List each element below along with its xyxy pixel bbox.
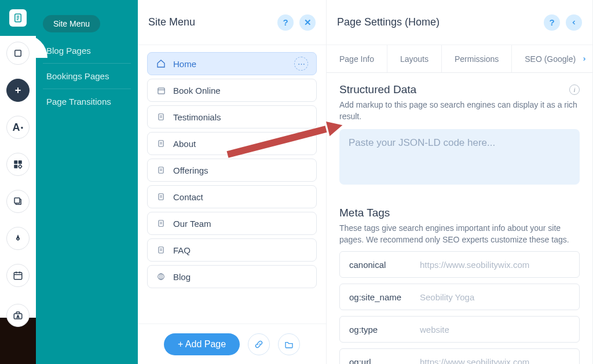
pages-icon [9,9,27,27]
site-menu-footer: + Add Page [138,323,326,364]
json-ld-input[interactable] [339,129,580,185]
rail-active-app[interactable] [0,0,36,36]
side-menu-link-blog-pages[interactable]: Blog Pages [43,38,131,64]
meta-val: https://www.seobilitywix.com [420,357,529,364]
calendar-icon [156,85,166,95]
svg-text:A: A [17,315,19,318]
page-item-label: Contact [173,192,203,202]
svg-rect-8 [19,160,22,164]
page-item-blog[interactable]: Blog [147,265,317,288]
meta-key: og:url [349,357,407,364]
rail-briefcase-icon[interactable]: A [6,304,30,327]
page-item-label: FAQ [173,245,191,255]
meta-tags-title: Meta Tags [339,207,580,219]
svg-rect-9 [14,165,17,168]
page-item-label: Offerings [173,166,208,175]
icon-rail: A● A [0,0,36,364]
page-icon [156,218,166,229]
page-settings-panel: Page Settings (Home) ? Page Info Layouts… [327,0,593,364]
meta-row-canonical[interactable]: canonical https://www.seobilitywix.com [339,251,580,278]
home-icon [156,58,166,69]
page-item-label: Testimonials [173,112,221,122]
page-settings-title: Page Settings (Home) [337,16,440,28]
svg-rect-10 [19,165,22,168]
rail-pen-icon[interactable] [6,227,30,250]
help-button[interactable]: ? [544,14,560,31]
svg-point-13 [17,238,19,240]
page-list: Home ⋯ Book Online Testimonials About [138,45,326,295]
svg-rect-20 [158,88,164,94]
page-item-label: Book Online [173,86,221,95]
page-item-our-team[interactable]: Our Team [147,212,317,235]
rail-layers-icon[interactable] [6,190,30,213]
side-menu: Site Menu Blog Pages Bookings Pages Page… [36,0,138,364]
meta-key: og:site_name [349,292,407,302]
side-menu-link-bookings-pages[interactable]: Bookings Pages [43,64,131,89]
link-icon [156,271,166,282]
svg-rect-7 [14,160,17,164]
settings-body: Structured Data i Add markup to this pag… [327,73,592,364]
page-item-home[interactable]: Home ⋯ [147,52,317,75]
page-item-label: Our Team [173,219,211,229]
meta-val: Seobility Yoga [420,292,474,302]
add-page-button[interactable]: + Add Page [164,333,240,355]
meta-val: website [420,325,449,334]
close-button[interactable]: ✕ [299,14,316,31]
link-tool-icon[interactable] [248,333,270,355]
page-item-label: Blog [173,272,191,282]
tabs-scroll-right-icon[interactable] [576,45,592,72]
meta-key: canonical [349,260,407,270]
site-menu-header: Site Menu ? ✕ [138,0,326,45]
page-icon [156,112,166,122]
page-settings-header: Page Settings (Home) ? [327,0,592,45]
site-menu-title: Site Menu [148,16,195,28]
svg-rect-12 [14,198,20,203]
info-icon[interactable]: i [569,84,580,95]
page-item-faq[interactable]: FAQ [147,238,317,262]
page-item-options-icon[interactable]: ⋯ [294,57,308,71]
page-item-offerings[interactable]: Offerings [147,159,317,182]
page-item-label: Home [173,59,196,69]
page-item-about[interactable]: About [147,132,317,155]
svg-point-40 [158,274,164,280]
tab-permissions[interactable]: Permissions [441,45,511,72]
structured-data-title: Structured Data [339,83,416,96]
rail-add-icon[interactable] [6,79,30,102]
structured-data-desc: Add markup to this page so search engine… [339,100,580,122]
page-icon [156,245,166,255]
page-icon [156,138,166,149]
help-button[interactable]: ? [277,14,294,31]
side-menu-link-page-transitions[interactable]: Page Transitions [43,89,131,114]
page-item-label: About [173,139,196,149]
meta-row-og-url[interactable]: og:url https://www.seobilitywix.com [339,348,580,364]
site-menu-panel: Site Menu ? ✕ Home ⋯ Book Online Testimo… [138,0,327,364]
page-item-book-online[interactable]: Book Online [147,79,317,102]
page-icon [156,192,166,202]
rail-bottom: A [0,318,36,364]
tab-page-info[interactable]: Page Info [327,45,387,72]
tab-layouts[interactable]: Layouts [387,45,441,72]
meta-row-og-type[interactable]: og:type website [339,316,580,343]
rail-section-icon[interactable] [6,42,30,65]
page-item-contact[interactable]: Contact [147,185,317,208]
meta-tags-desc: These tags give search engines important… [339,223,580,245]
meta-val: https://www.seobilitywix.com [420,260,529,270]
svg-rect-14 [14,273,22,280]
side-menu-pill[interactable]: Site Menu [43,15,100,32]
svg-rect-4 [15,50,21,57]
back-button[interactable] [566,14,582,31]
meta-key: og:type [349,325,407,334]
rail-calendar-icon[interactable] [6,264,30,287]
settings-tabs: Page Info Layouts Permissions SEO (Googl… [327,45,592,73]
page-item-testimonials[interactable]: Testimonials [147,105,317,128]
meta-row-og-site-name[interactable]: og:site_name Seobility Yoga [339,284,580,310]
page-icon [156,165,166,175]
rail-widgets-icon[interactable] [6,153,30,176]
rail-text-style-icon[interactable]: A● [6,116,30,139]
folder-tool-icon[interactable] [278,333,300,355]
